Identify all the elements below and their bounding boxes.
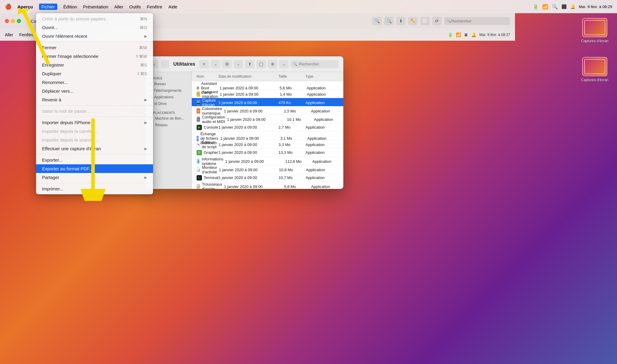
zoom-out-btn[interactable]: 🔍	[372, 17, 382, 25]
menu-label-revenir: Revenir à	[42, 97, 61, 102]
menu-fermer-image[interactable]: Fermer l'image sélectionnée ⇧⌘W	[36, 52, 153, 61]
secondary-battery-icon: 🔋	[448, 32, 453, 37]
finder-toolbar: ‹ › Utilitaires ≡ ⌄ ⊞ ⌄ ⬆ ◯ ⊕ ⌄ 🔍	[145, 56, 343, 72]
col-date[interactable]: Date de modification	[218, 73, 278, 80]
menubar-aide[interactable]: Aide	[168, 4, 177, 9]
finder-row-grapher[interactable]: G Grapher 1 janvier 2020 à 09:00 13,3 Mo…	[192, 148, 343, 157]
app-icon-capture-ecran: 📷	[197, 100, 200, 105]
finder-list-view-btn[interactable]: ≡	[199, 60, 209, 68]
airplay-icon: ⬛	[561, 4, 567, 9]
finder-window: ‹ › Utilitaires ≡ ⌄ ⊞ ⌄ ⬆ ◯ ⊕ ⌄ 🔍 Favori…	[145, 56, 343, 189]
menu-label-enregistrer: Enregistrer	[42, 62, 64, 67]
menu-exporter[interactable]: Exporter...	[36, 156, 153, 164]
menu-importer-iphone[interactable]: Importer depuis l'iPhone ▶	[36, 118, 153, 127]
finder-row-colorimetre[interactable]: 🎨 Colorimètre numérique 1 janvier 2020 à…	[192, 106, 343, 115]
app-icon-terminal: $_	[197, 175, 202, 181]
finder-row-capture-ecran[interactable]: 📷 Capture d'écran 1 janvier 2020 à 09:00…	[192, 98, 343, 106]
finder-row-trousseaux[interactable]: 🔑 Trousseaux d'accès 1 janvier 2020 à 09…	[192, 182, 343, 189]
finder-row-moniteur-activite[interactable]: 📊 Moniteur d'activité 1 janvier 2020 à 0…	[192, 165, 343, 174]
separator-4	[36, 154, 153, 154]
finder-column-headers: Nom Date de modification Taille Type	[192, 72, 343, 81]
desktop-icon-captures[interactable]: Captures d'écran	[580, 18, 610, 43]
desktop-icon-thumb-2	[582, 57, 607, 76]
menu-dupliquer[interactable]: Dupliquer ⇧⌘S	[36, 69, 153, 78]
crop-btn[interactable]: ⬜	[420, 17, 430, 25]
menu-label-exporter-pdf: Exporter au format PDF...	[42, 166, 93, 171]
share-btn[interactable]: ⬆	[396, 17, 406, 25]
finder-row-assistant-migration[interactable]: 🔧 Assistant migration 1 janvier 2020 à 0…	[192, 90, 343, 98]
finder-more-btn[interactable]: ⊕	[268, 60, 277, 68]
shortcut-dupliquer: ⇧⌘S	[137, 71, 147, 76]
app-icon-console: ▶	[197, 125, 202, 130]
col-size[interactable]: Taille	[278, 73, 305, 80]
app-name-console: ▶ Console	[197, 125, 218, 130]
menubar-apercu[interactable]: Aperçu	[17, 4, 33, 9]
submenu-arrow-revenir: ▶	[144, 98, 147, 102]
finder-search-input[interactable]	[290, 60, 339, 68]
menu-ouvrir[interactable]: Ouvrir... ⌘O	[36, 23, 153, 32]
menu-label-exporter: Exporter...	[42, 157, 62, 163]
apple-menu-icon[interactable]: 🍎	[5, 3, 11, 10]
menu-imprimer[interactable]: Imprimer...	[36, 184, 153, 193]
menu-deplacer[interactable]: Déplacer vers...	[36, 87, 153, 95]
traffic-light-close[interactable]	[5, 19, 9, 23]
finder-row-console[interactable]: ▶ Console 1 janvier 2020 à 09:00 2,7 Mo …	[192, 123, 343, 132]
finder-forward-btn[interactable]: ›	[161, 60, 169, 68]
menu-label-ouvrir-recent: Ouvrir l'élément récent	[42, 34, 87, 39]
search-icon: 🔍	[447, 19, 451, 23]
menu-renommer[interactable]: Renommer...	[36, 78, 153, 87]
search-menubar-icon[interactable]: 🔍	[552, 4, 558, 10]
annotate-btn[interactable]: ✏️	[408, 17, 418, 25]
finder-view-options-btn[interactable]: ⌄	[211, 60, 220, 68]
finder-file-area: Nom Date de modification Taille Type ⚙ A…	[192, 72, 343, 189]
wifi-icon: 📶	[542, 4, 548, 10]
finder-row-editeur-script[interactable]: ✎ Éditeur de script 1 janvier 2020 à 09:…	[192, 140, 343, 148]
menubar-outils[interactable]: Outils	[129, 4, 141, 9]
desktop-icon-captures-2[interactable]: Captures d'écran	[580, 57, 610, 82]
submenu-arrow-partager: ▶	[144, 175, 147, 180]
menu-partager[interactable]: Partager ▶	[36, 173, 153, 182]
desktop-icon-label-2: Captures d'écran	[581, 78, 608, 82]
finder-title: Utilitaires	[172, 61, 197, 67]
submenu-arrow-iphone: ▶	[144, 121, 147, 125]
search-input[interactable]	[444, 17, 510, 25]
zoom-in-btn[interactable]: 🔍	[384, 17, 394, 25]
menubar-edition[interactable]: Édition	[63, 4, 77, 9]
submenu-arrow-capture: ▶	[144, 147, 147, 151]
menu-capture-ecran[interactable]: Effectuer une capture d'écran ▶	[36, 144, 153, 153]
more-btn[interactable]: ⟳	[432, 17, 442, 25]
menubar-fichier[interactable]: Fichier	[39, 4, 57, 10]
menubar-fenetre[interactable]: Fenêtre	[147, 4, 162, 9]
finder-search-wrapper: 🔍	[290, 60, 339, 68]
app-name-grapher: G Grapher	[197, 150, 218, 155]
finder-row-terminal[interactable]: $_ Terminal 1 janvier 2020 à 09:00 10,7 …	[192, 174, 343, 182]
menubar-presentation[interactable]: Présentation	[83, 4, 108, 9]
app-icon-moniteur-activite: 📊	[197, 167, 200, 172]
traffic-light-maximize[interactable]	[17, 19, 21, 23]
menu-enregistrer[interactable]: Enregistrer ⌘S	[36, 61, 153, 69]
app-icon-trousseaux: 🔑	[197, 184, 200, 189]
secondary-aller[interactable]: Aller	[5, 32, 13, 37]
finder-rows: ⚙ Assistant Boot Camp 1 janvier 2020 à 0…	[192, 81, 343, 189]
finder-row-config-audio[interactable]: 🎵 Configuration audio et MIDI 1 janvier …	[192, 115, 343, 123]
col-nom[interactable]: Nom	[197, 73, 218, 80]
finder-grid-view-btn[interactable]: ⊞	[222, 60, 232, 68]
menubar-aller[interactable]: Aller	[114, 4, 123, 9]
finder-share-btn[interactable]: ⬆	[245, 60, 254, 68]
finder-row-assistant-boot-camp[interactable]: ⚙ Assistant Boot Camp 1 janvier 2020 à 0…	[192, 81, 343, 90]
finder-tag-btn[interactable]: ◯	[256, 60, 266, 68]
col-type[interactable]: Type	[305, 73, 339, 80]
finder-more-options-btn[interactable]: ⌄	[279, 60, 289, 68]
menu-revenir[interactable]: Revenir à ▶	[36, 95, 153, 104]
app-icon-config-audio: 🎵	[197, 117, 200, 122]
menu-exporter-pdf[interactable]: Exporter au format PDF...	[36, 164, 153, 173]
finder-view-more-btn[interactable]: ⌄	[233, 60, 243, 68]
menu-fermer[interactable]: Fermer ⌘W	[36, 43, 153, 52]
fichier-dropdown-menu: Créer à partir du presse-papiers ⌘N Ouvr…	[36, 13, 153, 194]
traffic-light-minimize[interactable]	[11, 19, 15, 23]
finder-row-info-systeme[interactable]: ℹ Informations système 1 janvier 2020 à …	[192, 157, 343, 165]
date-time: Mar. 9 févr. à 08:29	[579, 4, 612, 9]
finder-row-bluetooth[interactable]: B Échange de fichiers Bluetooth 1 janvie…	[192, 132, 343, 140]
secondary-fenetre[interactable]: Fenêtre	[19, 32, 34, 37]
menu-ouvrir-recent[interactable]: Ouvrir l'élément récent ▶	[36, 32, 153, 40]
